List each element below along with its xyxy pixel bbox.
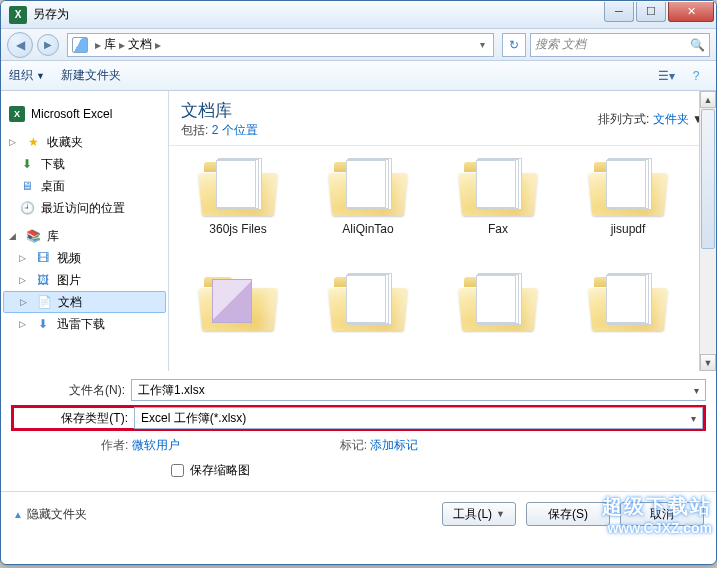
folder-item[interactable]: Fax [433, 154, 563, 269]
author-label: 作者: [101, 438, 128, 452]
folder-item[interactable] [173, 269, 303, 371]
scroll-down[interactable]: ▼ [700, 354, 716, 371]
sidebar-item-pictures[interactable]: ▷🖼图片 [1, 269, 168, 291]
folder-item[interactable] [433, 269, 563, 371]
arrange-by[interactable]: 排列方式: 文件夹 ▼ [598, 111, 704, 128]
hide-folders-button[interactable]: ▲隐藏文件夹 [13, 506, 87, 523]
tag-value[interactable]: 添加标记 [370, 438, 418, 452]
organize-menu[interactable]: 组织▼ [9, 67, 45, 84]
sidebar-item-documents[interactable]: ▷📄文档 [3, 291, 166, 313]
sidebar-item-favorites[interactable]: ▷★收藏夹 [1, 131, 168, 153]
cancel-button[interactable]: 取消 [620, 502, 704, 526]
tools-button[interactable]: 工具(L)▼ [442, 502, 516, 526]
scroll-up[interactable]: ▲ [700, 91, 716, 108]
file-grid[interactable]: 360js Files AliQinTao Fax jisupdf [169, 146, 716, 371]
window-title: 另存为 [33, 6, 604, 23]
search-placeholder: 搜索 文档 [535, 36, 586, 53]
folder-item[interactable] [303, 269, 433, 371]
newfolder-button[interactable]: 新建文件夹 [61, 67, 121, 84]
refresh-button[interactable]: ↻ [502, 33, 526, 57]
crumb-lib[interactable]: 库 [104, 36, 116, 53]
sidebar-item-recent[interactable]: 🕘最近访问的位置 [1, 197, 168, 219]
form-area: 文件名(N): 工作簿1.xlsx▾ 保存类型(T): Excel 工作簿(*.… [1, 371, 716, 491]
crumb-docs[interactable]: 文档 [128, 36, 152, 53]
filename-label: 文件名(N): [11, 382, 131, 399]
sidebar-item-libraries[interactable]: ◢📚库 [1, 225, 168, 247]
help-button[interactable]: ? [684, 65, 708, 87]
thumbnail-checkbox[interactable] [171, 464, 184, 477]
sidebar: XMicrosoft Excel ▷★收藏夹 ⬇下载 🖥桌面 🕘最近访问的位置 … [1, 91, 169, 371]
maximize-button[interactable]: ☐ [636, 2, 666, 22]
chevron-icon: ▸ [95, 38, 101, 52]
view-button[interactable]: ☰▾ [654, 65, 678, 87]
breadcrumb[interactable]: ▸ 库 ▸ 文档 ▸ ▾ [67, 33, 494, 57]
sidebar-item-excel[interactable]: XMicrosoft Excel [1, 103, 168, 125]
forward-button[interactable]: ▶ [37, 34, 59, 56]
search-icon: 🔍 [690, 38, 705, 52]
thumbnail-label: 保存缩略图 [190, 462, 250, 479]
filetype-select[interactable]: Excel 工作簿(*.xlsx)▾ [134, 407, 703, 429]
library-icon [72, 37, 88, 53]
filetype-label: 保存类型(T): [14, 410, 134, 427]
search-input[interactable]: 搜索 文档 🔍 [530, 33, 710, 57]
scroll-thumb[interactable] [701, 109, 715, 249]
save-button[interactable]: 保存(S) [526, 502, 610, 526]
titlebar[interactable]: X 另存为 ─ ☐ ✕ [1, 1, 716, 29]
chevron-icon: ▸ [155, 38, 161, 52]
filename-input[interactable]: 工作簿1.xlsx▾ [131, 379, 706, 401]
footer: ▲隐藏文件夹 工具(L)▼ 保存(S) 取消 [1, 491, 716, 536]
excel-icon: X [9, 6, 27, 24]
breadcrumb-dropdown[interactable]: ▾ [476, 39, 489, 50]
sidebar-item-desktop[interactable]: 🖥桌面 [1, 175, 168, 197]
sidebar-item-downloads[interactable]: ⬇下载 [1, 153, 168, 175]
folder-item[interactable]: 360js Files [173, 154, 303, 269]
back-button[interactable]: ◀ [7, 32, 33, 58]
close-button[interactable]: ✕ [668, 2, 714, 22]
folder-item[interactable] [563, 269, 693, 371]
tag-label: 标记: [340, 438, 367, 452]
author-value[interactable]: 微软用户 [132, 438, 180, 452]
navbar: ◀ ▶ ▸ 库 ▸ 文档 ▸ ▾ ↻ 搜索 文档 🔍 [1, 29, 716, 61]
folder-item[interactable]: jisupdf [563, 154, 693, 269]
saveas-dialog: X 另存为 ─ ☐ ✕ ◀ ▶ ▸ 库 ▸ 文档 ▸ ▾ ↻ 搜索 文档 🔍 组… [0, 0, 717, 565]
sidebar-item-videos[interactable]: ▷🎞视频 [1, 247, 168, 269]
chevron-icon: ▸ [119, 38, 125, 52]
folder-item[interactable]: AliQinTao [303, 154, 433, 269]
locations-link[interactable]: 2 个位置 [212, 123, 258, 137]
toolbar: 组织▼ 新建文件夹 ☰▾ ? [1, 61, 716, 91]
scrollbar[interactable]: ▲ ▼ [699, 91, 716, 371]
content-header: 文档库 包括: 2 个位置 排列方式: 文件夹 ▼ [169, 91, 716, 146]
library-title: 文档库 [181, 99, 258, 122]
minimize-button[interactable]: ─ [604, 2, 634, 22]
file-pane: 文档库 包括: 2 个位置 排列方式: 文件夹 ▼ 360js Files Al… [169, 91, 716, 371]
sidebar-item-xunlei[interactable]: ▷⬇迅雷下载 [1, 313, 168, 335]
